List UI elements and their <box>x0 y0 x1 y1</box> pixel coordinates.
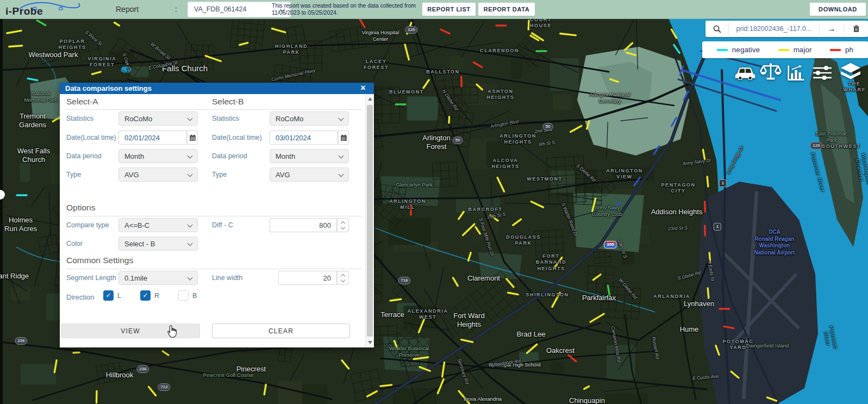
statistics-value-b: RoCoMo <box>276 115 303 123</box>
diff-c-label: Diff - C <box>212 221 233 229</box>
dialog-header[interactable]: Data comparison settings × <box>60 83 374 94</box>
direction-checkbox-R[interactable]: ✓ <box>140 290 151 301</box>
close-icon[interactable]: × <box>358 83 369 94</box>
type-select-b[interactable]: AVG <box>270 167 349 182</box>
direction-checkbox-B[interactable] <box>178 290 189 301</box>
color-label: Color <box>66 240 83 247</box>
statistics-label-a: Statistics <box>66 115 93 122</box>
period-value-b: Month <box>276 152 295 160</box>
report-select-value: VA_FDB_061424 <box>194 5 246 13</box>
divider <box>66 269 362 269</box>
calendar-icon[interactable] <box>187 130 198 145</box>
segment-length-label: Segment Length <box>66 274 116 282</box>
date-value-b: 03/01/2024 <box>276 134 311 142</box>
scrollbar-thumb[interactable] <box>367 105 373 337</box>
diff-c-stepper[interactable] <box>337 218 349 232</box>
chevron-down-icon <box>339 116 344 121</box>
common-settings-heading: Common Settings <box>66 256 133 265</box>
type-select-a[interactable]: AVG <box>118 167 198 182</box>
period-label-a: Data period <box>66 152 102 160</box>
search-go-button[interactable]: → <box>820 21 844 37</box>
layers-icon[interactable] <box>839 62 862 82</box>
line-width-stepper[interactable] <box>337 271 349 285</box>
view-button[interactable]: VIEW <box>61 324 200 338</box>
direction-checkbox-L[interactable]: ✓ <box>103 290 114 301</box>
direction-checkbox-label: B <box>192 292 197 300</box>
chevron-down-icon <box>188 153 193 159</box>
clear-button[interactable]: CLEAR <box>212 324 350 338</box>
statistics-select-b[interactable]: RoCoMo <box>270 111 349 126</box>
type-value-b: AVG <box>276 171 290 179</box>
dialog-scrollbar[interactable] <box>365 94 374 347</box>
chevron-down-icon <box>339 153 344 159</box>
app-logo: i-Probe <box>3 0 98 18</box>
statistics-value-a: RoCoMo <box>124 115 152 123</box>
color-value: Select - B <box>124 240 155 248</box>
scroll-down-icon[interactable] <box>368 341 372 344</box>
select-b-heading: Select-B <box>212 97 244 107</box>
legend-item-major: major <box>778 46 812 54</box>
compare-type-select[interactable]: A<=B-C <box>118 218 198 232</box>
type-label-a: Type <box>66 171 81 178</box>
divider <box>66 109 362 110</box>
legend-item-ph: ph <box>830 46 853 54</box>
report-label: Report <box>116 5 139 14</box>
direction-label: Direction <box>66 293 94 301</box>
compare-type-label: Compare type <box>66 221 109 229</box>
color-select[interactable]: Select - B <box>118 237 198 251</box>
segment-length-value: 0.1mile <box>124 274 147 282</box>
statistics-select-a[interactable]: RoCoMo <box>118 111 198 126</box>
scroll-up-icon[interactable] <box>368 97 372 101</box>
diff-c-input[interactable]: 800 <box>270 218 337 232</box>
direction-checkbox-label: R <box>154 292 159 300</box>
legend-color-dash <box>830 49 841 51</box>
period-select-b[interactable]: Month <box>270 149 349 163</box>
report-info-text: This report was created based on the dat… <box>272 2 424 16</box>
period-select-a[interactable]: Month <box>118 149 198 163</box>
app-root: Falls ChurchWestwood ParkArlington Fores… <box>0 0 868 404</box>
download-button[interactable]: DOWNLOAD <box>810 3 866 16</box>
dialog-title: Data comparison settings <box>65 83 152 94</box>
select-a-heading: Select-A <box>66 97 98 107</box>
date-input-b[interactable]: 03/01/2024 <box>270 130 338 145</box>
legend-label: ph <box>845 46 853 54</box>
date-label-a: Date(Local time) <box>66 134 116 141</box>
sliders-icon[interactable] <box>811 64 834 82</box>
calendar-icon[interactable] <box>338 130 349 145</box>
bar-chart-icon[interactable] <box>786 65 805 82</box>
divider <box>66 216 362 216</box>
map-search-bar: prid:182002436_-117.0... → <box>705 21 868 37</box>
legend-item-negative: negative <box>717 46 760 54</box>
chevron-down-icon <box>188 241 193 246</box>
type-label-b: Type <box>212 171 227 178</box>
chevron-down-icon <box>188 275 193 281</box>
scales-icon[interactable] <box>760 62 782 82</box>
direction-checkbox-label: L <box>117 292 121 300</box>
search-clear-trash-icon[interactable] <box>844 21 868 37</box>
date-value-a: 02/01/2024 <box>124 134 160 142</box>
top-toolbar: i-Probe Report : VA_FDB_061424 This repo… <box>0 0 868 19</box>
legend-label: negative <box>732 46 760 54</box>
search-input[interactable]: prid:182002436_-117.0... <box>729 21 819 37</box>
chevron-down-icon <box>188 222 193 228</box>
search-icon[interactable] <box>705 21 728 37</box>
diff-c-value: 800 <box>319 221 331 229</box>
report-data-button[interactable]: REPORT DATA <box>478 3 535 16</box>
period-label-b: Data period <box>212 152 247 160</box>
statistics-label-b: Statistics <box>212 115 239 122</box>
chevron-down-icon <box>188 116 193 121</box>
report-colon: : <box>175 5 177 14</box>
report-list-button[interactable]: REPORT LIST <box>422 3 476 16</box>
date-input-a[interactable]: 02/01/2024 <box>118 130 187 145</box>
vehicle-icon[interactable] <box>734 65 757 80</box>
line-width-label: Line width <box>212 274 242 282</box>
period-value-a: Month <box>124 152 144 160</box>
options-heading: Options <box>66 203 95 213</box>
segment-length-select[interactable]: 0.1mile <box>118 271 198 285</box>
line-width-input[interactable]: 20 <box>278 271 337 285</box>
compare-type-value: A<=B-C <box>124 221 149 229</box>
type-value-a: AVG <box>124 171 139 179</box>
date-label-b: Date(Local time) <box>212 134 262 141</box>
legend-label: major <box>794 46 812 54</box>
map-legend: negativemajorph <box>702 41 868 58</box>
